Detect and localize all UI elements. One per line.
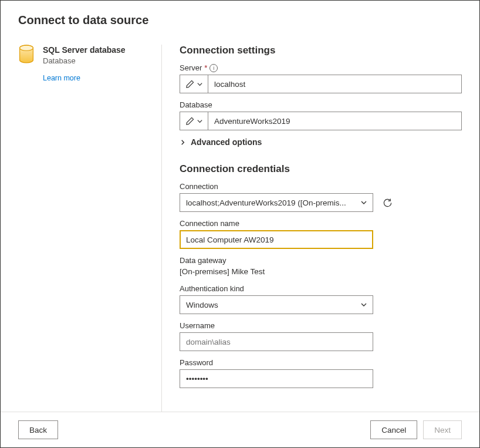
server-field: Server * i bbox=[180, 63, 462, 93]
data-gateway-label: Data gateway bbox=[180, 256, 462, 265]
database-label: Database bbox=[180, 100, 462, 109]
database-edit-mode-button[interactable] bbox=[180, 112, 208, 130]
server-label: Server bbox=[180, 63, 202, 72]
chevron-down-icon bbox=[197, 118, 203, 124]
server-input-combo bbox=[180, 75, 462, 93]
auth-kind-value: Windows bbox=[180, 295, 373, 314]
left-panel: SQL Server database Database Learn more bbox=[18, 45, 162, 412]
svg-point-0 bbox=[20, 45, 33, 50]
back-button[interactable]: Back bbox=[18, 420, 58, 439]
data-source-type: Database bbox=[43, 56, 126, 65]
server-input[interactable] bbox=[208, 75, 462, 93]
data-source-name: SQL Server database bbox=[43, 45, 126, 55]
connection-label: Connection bbox=[180, 182, 462, 191]
connection-select[interactable]: localhost;AdventureWorks2019 ([On-premis… bbox=[180, 193, 373, 212]
dialog-header: Connect to data source bbox=[1, 1, 479, 33]
data-source-text: SQL Server database Database bbox=[43, 45, 126, 66]
database-field: Database bbox=[180, 100, 462, 130]
server-label-row: Server * i bbox=[180, 63, 462, 72]
password-input[interactable] bbox=[180, 369, 373, 388]
page-title: Connect to data source bbox=[18, 14, 462, 27]
server-edit-mode-button[interactable] bbox=[180, 75, 208, 93]
chevron-right-icon bbox=[180, 139, 186, 146]
dialog-body: SQL Server database Database Learn more … bbox=[1, 33, 479, 412]
connection-field: Connection localhost;AdventureWorks2019 … bbox=[180, 182, 462, 212]
auth-kind-field: Authentication kind Windows bbox=[180, 284, 462, 314]
advanced-options-label: Advanced options bbox=[191, 137, 262, 147]
refresh-icon bbox=[382, 197, 393, 208]
password-field: Password bbox=[180, 358, 462, 388]
info-icon[interactable]: i bbox=[209, 64, 218, 72]
connection-credentials-heading: Connection credentials bbox=[180, 163, 462, 175]
database-input[interactable] bbox=[208, 112, 462, 130]
username-input[interactable] bbox=[180, 332, 373, 351]
password-label: Password bbox=[180, 358, 462, 367]
dialog-footer: Back Cancel Next bbox=[1, 412, 479, 447]
data-gateway-value: [On-premises] Mike Test bbox=[180, 267, 462, 276]
connection-settings-heading: Connection settings bbox=[180, 45, 462, 56]
pencil-icon bbox=[185, 117, 194, 126]
required-star-icon: * bbox=[204, 63, 207, 72]
username-label: Username bbox=[180, 321, 462, 330]
pencil-icon bbox=[185, 80, 194, 89]
database-input-combo bbox=[180, 112, 462, 130]
username-field: Username bbox=[180, 321, 462, 351]
auth-kind-label: Authentication kind bbox=[180, 284, 462, 293]
data-source-summary: SQL Server database Database bbox=[18, 45, 150, 66]
connection-select-value: localhost;AdventureWorks2019 ([On-premis… bbox=[180, 193, 373, 212]
advanced-options-toggle[interactable]: Advanced options bbox=[180, 137, 462, 147]
connection-name-label: Connection name bbox=[180, 219, 462, 228]
connection-name-input[interactable] bbox=[180, 230, 373, 249]
auth-kind-select[interactable]: Windows bbox=[180, 295, 373, 314]
connection-name-field: Connection name bbox=[180, 219, 462, 249]
refresh-connection-button[interactable] bbox=[381, 197, 393, 208]
database-cylinder-icon bbox=[18, 45, 36, 66]
learn-more-link[interactable]: Learn more bbox=[43, 74, 150, 82]
next-button: Next bbox=[423, 420, 462, 439]
right-panel: Connection settings Server * i Database bbox=[162, 45, 462, 412]
chevron-down-icon bbox=[197, 81, 203, 87]
cancel-button[interactable]: Cancel bbox=[370, 420, 417, 439]
